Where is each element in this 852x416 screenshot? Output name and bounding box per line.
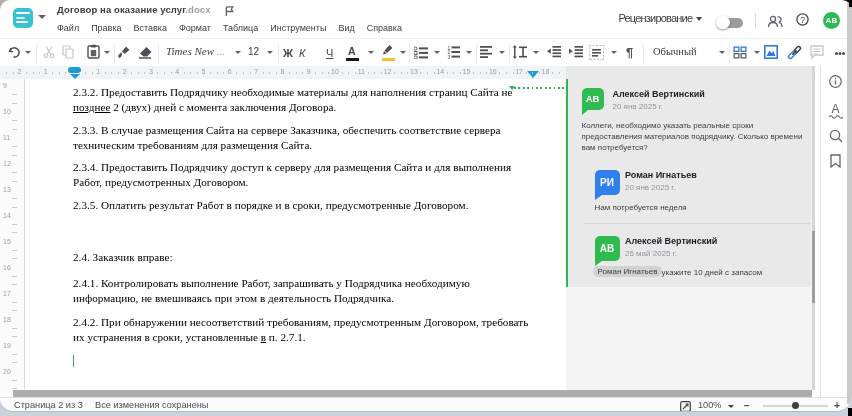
svg-text:А: А (831, 102, 839, 116)
svg-text:3: 3 (448, 54, 451, 59)
svg-text:?: ? (800, 15, 805, 25)
